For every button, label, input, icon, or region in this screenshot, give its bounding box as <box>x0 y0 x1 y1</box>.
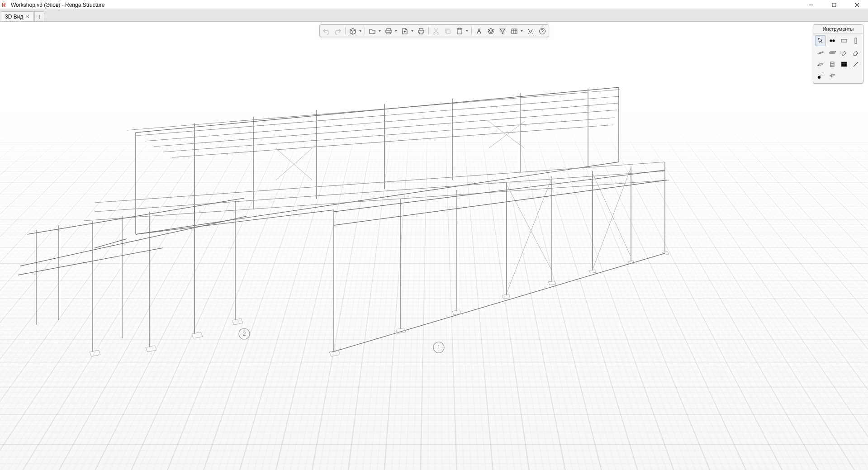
tool-slab[interactable] <box>815 59 826 70</box>
tab-add-button[interactable]: + <box>34 11 44 21</box>
tab-label: 3D Вид <box>5 14 23 20</box>
redo-button[interactable] <box>332 26 343 37</box>
cut-button[interactable] <box>431 26 441 37</box>
tool-wall[interactable] <box>839 35 849 46</box>
svg-rect-8 <box>446 30 450 33</box>
tools-panel: Инструменты <box>813 24 863 84</box>
dropdown-indicator-icon[interactable]: ▼ <box>410 26 415 36</box>
svg-point-15 <box>833 40 835 42</box>
title-bar: Workshop v3 (Эпов) - Renga Structure <box>0 0 868 10</box>
export-button[interactable] <box>399 26 410 37</box>
print-setup-button[interactable] <box>383 26 394 37</box>
copy-button[interactable] <box>442 26 453 37</box>
text-style-button[interactable] <box>474 26 484 37</box>
svg-text:1: 1 <box>437 344 441 351</box>
model-wireframe: 2 1 <box>0 22 868 470</box>
window-title: Workshop v3 (Эпов) - Renga Structure <box>11 2 104 8</box>
paste-button[interactable] <box>454 26 465 37</box>
layers-button[interactable] <box>485 26 496 37</box>
box-view-button[interactable] <box>347 26 358 37</box>
tool-cursor[interactable] <box>815 35 826 46</box>
help-button[interactable] <box>537 26 548 37</box>
dropdown-indicator-icon[interactable]: ▼ <box>465 26 470 36</box>
tool-beam[interactable] <box>815 47 826 58</box>
settings-button[interactable] <box>525 26 536 37</box>
schedule-button[interactable] <box>509 26 520 37</box>
plus-icon: + <box>38 13 41 20</box>
tools-panel-title: Инструменты <box>813 25 863 33</box>
dropdown-indicator-icon[interactable]: ▼ <box>378 26 382 36</box>
window-minimize-button[interactable] <box>801 0 821 10</box>
tool-column[interactable] <box>850 35 861 46</box>
tool-erase2[interactable] <box>850 47 861 58</box>
tab-close-icon[interactable]: × <box>26 14 29 19</box>
viewport-3d[interactable]: 2 1 ▼ ▼ ▼ ▼ <box>0 22 868 470</box>
svg-rect-18 <box>830 62 834 66</box>
tool-erase[interactable] <box>839 47 849 58</box>
tool-axis[interactable] <box>815 71 826 81</box>
svg-rect-0 <box>832 3 836 7</box>
window-maximize-button[interactable] <box>824 0 844 10</box>
svg-text:2: 2 <box>243 331 246 337</box>
svg-point-12 <box>529 30 531 33</box>
tool-link[interactable] <box>827 35 838 46</box>
tab-3d-view[interactable]: 3D Вид × <box>1 11 33 21</box>
svg-rect-11 <box>512 29 517 33</box>
tab-strip: 3D Вид × + <box>0 10 868 22</box>
svg-point-14 <box>830 40 832 42</box>
open-button[interactable] <box>367 26 378 37</box>
undo-button[interactable] <box>321 26 332 37</box>
tool-plate[interactable] <box>827 59 838 70</box>
dropdown-indicator-icon[interactable]: ▼ <box>520 26 524 36</box>
svg-rect-16 <box>841 39 847 42</box>
tool-beam2[interactable] <box>827 47 838 58</box>
dropdown-indicator-icon[interactable]: ▼ <box>394 26 398 36</box>
window-close-button[interactable] <box>847 0 867 10</box>
dropdown-indicator-icon[interactable]: ▼ <box>358 26 363 36</box>
print-button[interactable] <box>416 26 427 37</box>
svg-rect-17 <box>855 38 857 43</box>
tool-line[interactable] <box>850 59 861 70</box>
tools-grid <box>813 33 863 83</box>
app-icon <box>1 1 8 9</box>
main-toolbar: ▼ ▼ ▼ ▼ ▼ ▼ <box>319 24 549 37</box>
filter-button[interactable] <box>497 26 508 37</box>
tool-marker[interactable] <box>827 71 838 81</box>
tool-table[interactable] <box>839 59 849 70</box>
